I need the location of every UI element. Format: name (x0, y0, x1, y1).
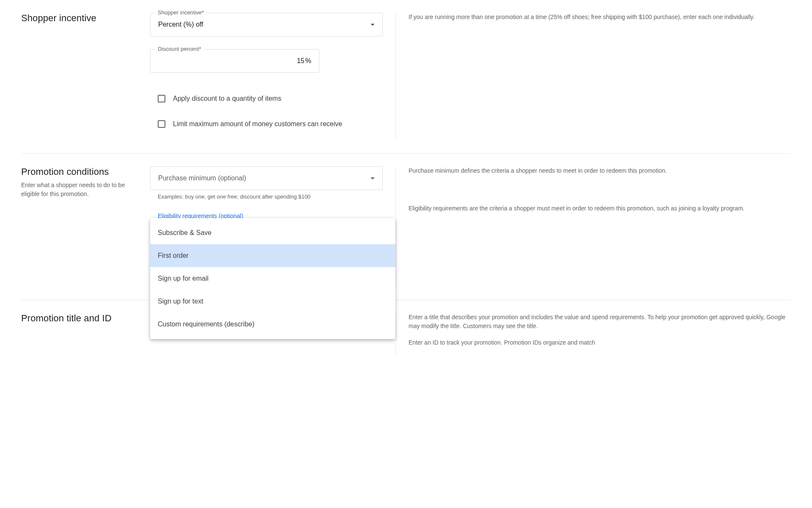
apply-quantity-label: Apply discount to a quantity of items (173, 95, 281, 102)
titleid-help-text-2: Enter an ID to track your promotion. Pro… (409, 338, 791, 347)
purchase-minimum-select[interactable]: Purchase minimum (optional) (150, 166, 383, 190)
promotion-conditions-section: Promotion conditions Enter what a shoppe… (21, 154, 791, 300)
incentive-help-text: If you are running more than one promoti… (409, 13, 791, 22)
purchase-minimum-hint: Examples: buy one, get one free; discoun… (150, 193, 383, 200)
limit-max-checkbox-row[interactable]: Limit maximum amount of money customers … (150, 115, 383, 133)
purchase-minimum-value: Purchase minimum (optional) (158, 174, 246, 182)
titleid-help-text-1: Enter a title that describes your promot… (409, 313, 791, 331)
discount-percent-value: 15 (297, 57, 304, 65)
section-title-conditions: Promotion conditions (21, 166, 133, 177)
checkbox-icon (158, 95, 165, 102)
section-title-incentive: Shopper incentive (21, 13, 133, 24)
eligibility-dropdown-menu: Subscribe & Save First order Sign up for… (150, 218, 395, 339)
dropdown-item-custom[interactable]: Custom requirements (describe) (150, 313, 395, 336)
dropdown-item-signup-text[interactable]: Sign up for text (150, 290, 395, 313)
promotion-title-id-section: Promotion title and ID Enter a title tha… (21, 300, 791, 367)
dropdown-item-first-order[interactable]: First order (150, 244, 395, 267)
shopper-incentive-section: Shopper incentive Shopper incentive* Per… (21, 8, 791, 154)
conditions-help-text-1: Purchase minimum defines the criteria a … (409, 166, 791, 175)
discount-percent-input[interactable]: 15 % (150, 49, 319, 73)
percent-suffix: % (305, 57, 311, 65)
section-subtitle-conditions: Enter what a shopper needs to do to be e… (21, 181, 133, 199)
discount-percent-label: Discount percent* (155, 46, 204, 52)
shopper-incentive-select[interactable]: Percent (%) off (150, 13, 383, 36)
checkbox-icon (158, 120, 165, 128)
section-title-titleid: Promotion title and ID (21, 313, 133, 324)
limit-max-label: Limit maximum amount of money customers … (173, 120, 342, 128)
dropdown-item-signup-email[interactable]: Sign up for email (150, 267, 395, 290)
apply-quantity-checkbox-row[interactable]: Apply discount to a quantity of items (150, 90, 383, 108)
dropdown-item-subscribe-save[interactable]: Subscribe & Save (150, 221, 395, 244)
conditions-help-text-2: Eligibility requirements are the criteri… (409, 204, 791, 213)
shopper-incentive-field-label: Shopper incentive* (155, 9, 206, 16)
chevron-down-icon (370, 24, 375, 26)
chevron-down-icon (370, 177, 375, 179)
shopper-incentive-value: Percent (%) off (158, 21, 203, 28)
